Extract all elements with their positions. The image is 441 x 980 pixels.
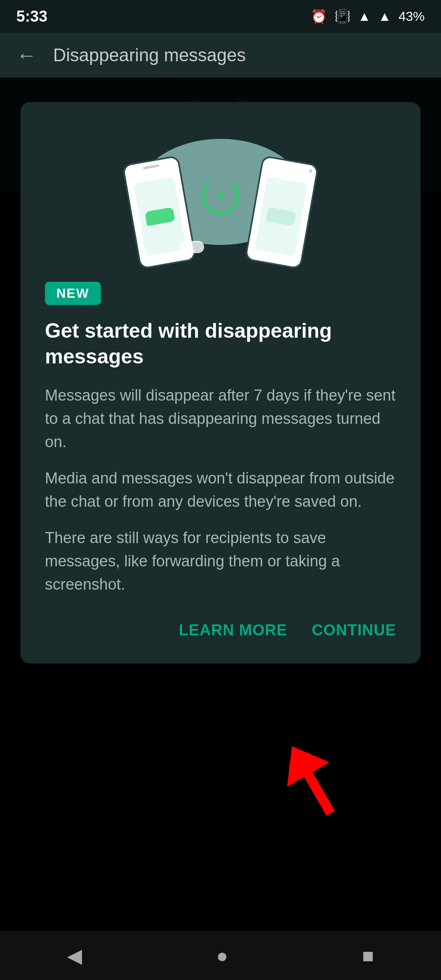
dialog-container: NEW Get started with disappearing messag… <box>20 102 421 664</box>
small-cloud <box>180 241 204 253</box>
modal-backdrop: NEW Get started with disappearing messag… <box>0 78 441 931</box>
clock-icon <box>202 178 239 214</box>
status-icons: ⏰ 📳 ▲ ▲ 43% <box>311 9 425 24</box>
nav-recents-button[interactable]: ■ <box>362 944 374 967</box>
dialog-illustration <box>45 127 396 265</box>
dialog-paragraph-1: Messages will disappear after 7 days if … <box>45 384 396 454</box>
red-arrow-svg <box>278 739 359 845</box>
status-bar: 5:33 ⏰ 📳 ▲ ▲ 43% <box>0 0 441 33</box>
svg-marker-3 <box>278 739 330 787</box>
clock-dot <box>218 194 223 198</box>
annotation-arrow <box>278 739 359 845</box>
back-button[interactable]: ← <box>16 43 37 67</box>
alarm-icon: ⏰ <box>311 9 327 24</box>
clock-circle <box>202 178 239 214</box>
nav-home-button[interactable]: ● <box>216 944 228 967</box>
continue-button[interactable]: CONTINUE <box>312 617 396 643</box>
dialog-paragraph-2: Media and messages won't disappear from … <box>45 467 396 513</box>
message-bubble-left <box>145 207 175 226</box>
status-time: 5:33 <box>16 8 47 25</box>
dialog-title: Get started with disappearing messages <box>45 318 396 369</box>
learn-more-button[interactable]: LEARN MORE <box>179 617 287 643</box>
signal-icon: ▲ <box>378 9 391 24</box>
page-title: Disappearing messages <box>53 45 246 65</box>
message-bubble-right <box>266 207 296 226</box>
new-badge: NEW <box>45 282 101 305</box>
phone-screen-right <box>254 177 307 256</box>
vibrate-icon: 📳 <box>334 9 351 24</box>
dialog-buttons: LEARN MORE CONTINUE <box>45 617 396 643</box>
wifi-icon: ▲ <box>358 9 371 24</box>
phone-screen-left <box>134 177 187 256</box>
dialog-paragraph-3: There are still ways for recipients to s… <box>45 526 396 596</box>
phones-illustration <box>122 127 318 265</box>
top-bar: ← Disappearing messages <box>0 33 441 78</box>
battery-indicator: 43% <box>399 9 425 24</box>
bottom-nav: ◀ ● ■ <box>0 931 441 980</box>
nav-back-button[interactable]: ◀ <box>67 944 82 967</box>
